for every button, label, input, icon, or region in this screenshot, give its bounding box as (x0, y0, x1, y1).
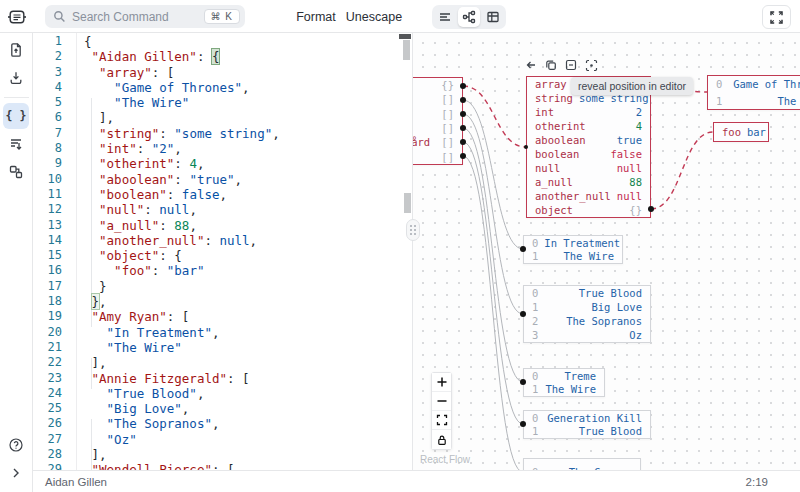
search-command-input[interactable]: Search Command ⌘ K (45, 5, 245, 28)
node-index: 1 (532, 301, 538, 313)
node-value: Big Love (591, 301, 642, 313)
node-row: Aidan Gillen{} (412, 78, 462, 92)
lock-interactivity-button[interactable] (432, 430, 451, 449)
line-number: 29 (33, 462, 62, 470)
panel-resize-handle[interactable] (406, 219, 420, 241)
graph-canvas[interactable]: Aidan Gillen{}Amy Ryan[]Annie Fitzgerald… (412, 33, 800, 470)
format-button[interactable]: Format (291, 0, 341, 33)
editor-scrollbar-thumb[interactable] (403, 40, 410, 60)
node-key: object (535, 204, 573, 216)
node-key: null (535, 162, 560, 174)
connector-dot (520, 421, 526, 427)
node-key: otherint (535, 120, 586, 132)
back-button[interactable] (524, 58, 538, 72)
tooltip-reveal-position: reveal position in editor (571, 77, 693, 95)
help-icon (8, 437, 24, 453)
line-number: 26 (33, 416, 62, 431)
zoom-in-button[interactable] (432, 373, 451, 392)
node-value: [] (441, 122, 454, 134)
node-row: 3Oz (524, 328, 650, 342)
the-corner-array-node[interactable]: 0The Corner (523, 458, 641, 470)
node-row: abooleantrue (527, 133, 650, 147)
line-number: 19 (33, 309, 62, 324)
import-file-button[interactable] (3, 37, 29, 63)
view-list-button[interactable] (434, 7, 456, 27)
connector-dot (460, 83, 466, 89)
editor-line: 26 "The Sopranos", (33, 416, 412, 431)
transform-button[interactable] (3, 159, 29, 185)
connector-dot (460, 125, 466, 131)
fullscreen-button[interactable] (762, 5, 791, 29)
connector-dot (524, 145, 528, 149)
aidan-array-node[interactable]: 0Game of Thrones1The Wire (707, 75, 800, 110)
json-editor[interactable]: 1{2 "Aidan Gillen": {3 "array": [4 "Game… (33, 33, 412, 470)
node-value: Generation Kill (547, 412, 642, 424)
node-row: 2The Sopranos (524, 314, 650, 328)
node-value: Game of Thrones (733, 78, 800, 90)
connector-dot (520, 246, 526, 252)
node-value: {} (629, 204, 642, 216)
editor-line: 1{ (33, 34, 412, 49)
top-bar: Search Command ⌘ K Format Unescape (0, 0, 800, 33)
node-value: true (617, 134, 642, 146)
unescape-button[interactable]: Unescape (343, 0, 405, 33)
download-button[interactable] (3, 65, 29, 91)
collapse-sidebar-button[interactable] (3, 460, 29, 486)
view-graph-button[interactable] (458, 7, 480, 27)
amy-ryan-node[interactable]: 0In Treatment1The Wire (523, 235, 623, 264)
json-editor-tab[interactable]: { } (3, 103, 29, 129)
overview-ruler-decoration (404, 193, 411, 213)
connector-dot (460, 111, 466, 117)
node-value: null (617, 162, 642, 174)
line-number: 14 (33, 233, 62, 248)
focus-node-button[interactable] (584, 58, 598, 72)
editor-line: 3 "array": [ (33, 65, 412, 80)
node-value: [] (441, 151, 454, 163)
zoom-out-button[interactable] (432, 392, 451, 411)
line-number: 24 (33, 386, 62, 401)
line-number: 18 (33, 294, 62, 309)
editor-line: 17 } (33, 279, 412, 294)
node-value: 88 (629, 176, 642, 188)
node-key: foo (722, 126, 741, 138)
editor-line: 6 ], (33, 110, 412, 125)
generation-kill-array-node[interactable]: 0Generation Kill1True Blood (523, 410, 651, 439)
line-number: 8 (33, 141, 62, 156)
overview-ruler-cursor-mark (399, 34, 411, 39)
app-logo[interactable] (0, 0, 33, 33)
minus-icon (436, 395, 448, 407)
line-number: 27 (33, 432, 62, 447)
treme-array-node[interactable]: 0Treme1The Wire (523, 368, 605, 397)
help-button[interactable] (3, 432, 29, 458)
node-key: Alexander Skarsgård (412, 136, 430, 148)
node-value: True Blood (579, 287, 642, 299)
view-table-button[interactable] (482, 7, 504, 27)
editor-line: 24 "True Blood", (33, 386, 412, 401)
sidebar-divider (4, 97, 29, 98)
search-shortcut-badge: ⌘ K (204, 9, 240, 24)
editor-line: 12 "null": null, (33, 202, 412, 217)
node-index: 0 (716, 78, 722, 90)
sort-lines-button[interactable] (3, 131, 29, 157)
line-number: 11 (33, 187, 62, 202)
line-number: 22 (33, 355, 62, 370)
editor-line: 7 "string": "some string", (33, 126, 412, 141)
root-node[interactable]: Aidan Gillen{}Amy Ryan[]Annie Fitzgerald… (412, 77, 463, 165)
node-value: The Wire (563, 250, 614, 262)
copy-node-button[interactable] (544, 58, 558, 72)
node-index: 2 (532, 315, 538, 327)
node-value: Oz (629, 329, 642, 341)
chevron-right-icon (10, 467, 22, 479)
node-row: 1The Wire (524, 250, 622, 264)
aidan-gillen-object-node[interactable]: array[]stringsome stringint2otherint4abo… (526, 76, 651, 218)
node-index: 0 (532, 370, 538, 382)
collapse-node-button[interactable] (564, 58, 578, 72)
flow-controls (431, 372, 452, 450)
foo-object-node[interactable]: foobar (713, 122, 769, 142)
node-value: false (610, 148, 642, 160)
annie-fitzgerald-node[interactable]: 0True Blood1Big Love2The Sopranos3Oz (523, 285, 651, 343)
fit-view-button[interactable] (432, 411, 451, 430)
node-index: 1 (532, 425, 538, 437)
table-view-icon (486, 10, 500, 24)
line-number: 7 (33, 126, 62, 141)
